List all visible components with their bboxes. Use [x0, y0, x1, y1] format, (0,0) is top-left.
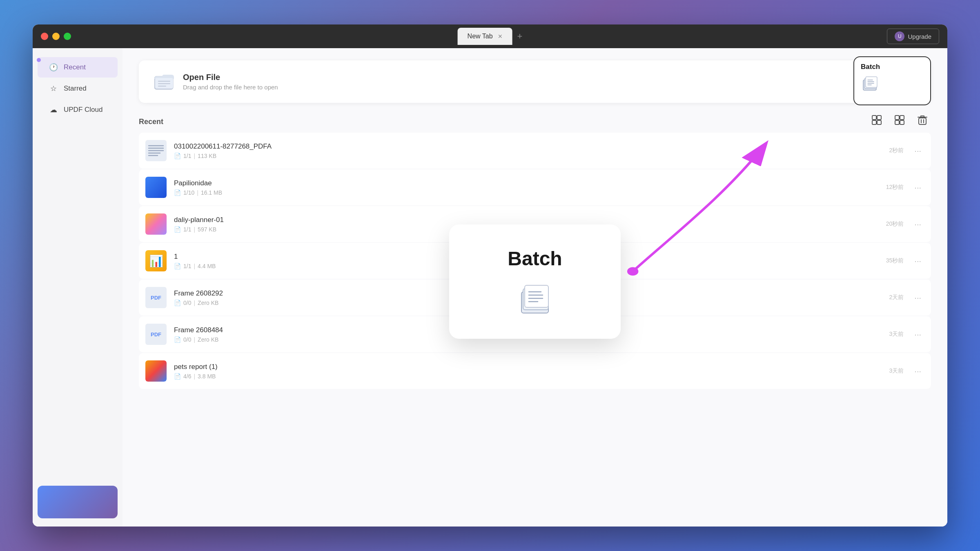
title-bar: New Tab ✕ + U Upgrade: [33, 24, 947, 48]
sidebar-item-cloud[interactable]: ☁ UPDF Cloud: [38, 100, 118, 120]
cloud-promo-banner[interactable]: [38, 486, 118, 518]
recent-icon: 🕐: [49, 63, 58, 72]
file-info: pets report (1) 📄 4/6 | 3.8 MB: [174, 363, 882, 380]
file-size: 16.1 MB: [201, 189, 222, 196]
file-thumbnail: PDF: [145, 324, 167, 345]
file-item[interactable]: Papilionidae 📄 1/10 | 16.1 MB 12秒前 ···: [139, 169, 931, 205]
file-more-button[interactable]: ···: [911, 255, 924, 267]
main-panel: Open File Drag and drop the file here to…: [122, 48, 947, 527]
file-name: daliy-planner-01: [174, 216, 879, 224]
svg-rect-27: [877, 116, 881, 120]
minimize-button[interactable]: [52, 33, 60, 40]
file-meta: 📄 1/1 | 113 KB: [174, 153, 882, 159]
traffic-lights: [41, 33, 71, 40]
file-pages: 1/1: [183, 226, 191, 233]
grid-view-button[interactable]: [868, 111, 885, 129]
svg-rect-31: [900, 116, 904, 120]
file-meta: 📄 4/6 | 3.8 MB: [174, 373, 882, 380]
file-more-button[interactable]: ···: [911, 181, 924, 194]
file-size: Zero KB: [198, 300, 218, 306]
sidebar-indicator: [37, 58, 41, 62]
file-size: 597 KB: [198, 226, 216, 233]
file-name: Papilionidae: [174, 179, 879, 187]
file-thumbnail: [145, 213, 167, 235]
file-time: 3天前: [889, 331, 904, 338]
sidebar-bottom: [33, 486, 122, 518]
file-thumbnail: [145, 140, 167, 161]
file-item[interactable]: pets report (1) 📄 4/6 | 3.8 MB 3天前 ···: [139, 353, 931, 389]
page-icon: 📄: [174, 300, 181, 306]
batch-icon-large: [517, 280, 553, 316]
upgrade-button[interactable]: U Upgrade: [887, 29, 939, 44]
file-size: 3.8 MB: [198, 373, 216, 380]
page-icon: 📄: [174, 189, 181, 196]
sidebar-item-starred-label: Starred: [64, 84, 87, 93]
file-pages: 1/1: [183, 263, 191, 269]
page-icon: 📄: [174, 226, 181, 233]
svg-rect-26: [872, 116, 876, 120]
user-avatar: U: [895, 31, 904, 41]
file-more-button[interactable]: ···: [911, 291, 924, 304]
tab-close-icon[interactable]: ✕: [498, 33, 503, 40]
sidebar-item-recent[interactable]: 🕐 Recent: [38, 57, 118, 78]
open-file-bar[interactable]: Open File Drag and drop the file here to…: [139, 60, 931, 103]
file-name: 031002200611-8277268_PDFA: [174, 142, 882, 151]
tab-bar: New Tab ✕ +: [458, 28, 523, 45]
file-more-button[interactable]: ···: [911, 218, 924, 231]
open-file-subtitle: Drag and drop the file here to open: [183, 84, 278, 91]
file-time: 3天前: [889, 367, 904, 375]
page-icon: 📄: [174, 153, 181, 159]
svg-rect-33: [900, 120, 904, 124]
file-size: 4.4 MB: [198, 263, 216, 269]
cloud-icon: ☁: [49, 105, 58, 114]
recent-section-title: Recent: [139, 118, 931, 126]
file-pages: 1/10: [183, 189, 194, 196]
sidebar-item-cloud-label: UPDF Cloud: [64, 106, 102, 114]
file-thumbnail: [145, 177, 167, 198]
open-file-left: Open File Drag and drop the file here to…: [154, 71, 278, 92]
list-view-button[interactable]: [891, 111, 908, 129]
file-item[interactable]: 031002200611-8277268_PDFA 📄 1/1 | 113 KB…: [139, 133, 931, 169]
svg-rect-21: [866, 77, 877, 87]
file-time: 2秒前: [889, 147, 904, 154]
svg-rect-32: [895, 120, 899, 124]
file-thumbnail: PDF: [145, 287, 167, 308]
file-time: 35秒前: [886, 257, 904, 264]
content-area: 🕐 Recent ☆ Starred ☁ UPDF Cloud: [33, 48, 947, 527]
maximize-button[interactable]: [64, 33, 71, 40]
delete-button[interactable]: [914, 111, 931, 129]
sidebar: 🕐 Recent ☆ Starred ☁ UPDF Cloud: [33, 48, 122, 527]
file-time: 2天前: [889, 294, 904, 301]
file-thumbnail: [145, 360, 167, 382]
close-button[interactable]: [41, 33, 48, 40]
file-more-button[interactable]: ···: [911, 328, 924, 341]
svg-rect-28: [872, 120, 876, 124]
sidebar-item-starred[interactable]: ☆ Starred: [38, 78, 118, 99]
file-more-button[interactable]: ···: [911, 365, 924, 378]
file-info: 031002200611-8277268_PDFA 📄 1/1 | 113 KB: [174, 142, 882, 159]
batch-card-title: Batch: [861, 63, 924, 71]
file-info: Papilionidae 📄 1/10 | 16.1 MB: [174, 179, 879, 196]
file-pages: 4/6: [183, 373, 191, 380]
batch-popup-title: Batch: [508, 247, 562, 270]
file-pages: 0/0: [183, 300, 191, 306]
page-icon: 📄: [174, 263, 181, 269]
file-pages: 1/1: [183, 153, 191, 159]
file-name: pets report (1): [174, 363, 882, 371]
svg-rect-29: [877, 120, 881, 124]
file-thumbnail: 📊: [145, 250, 167, 271]
sidebar-item-recent-label: Recent: [64, 63, 86, 71]
new-tab-button[interactable]: +: [517, 31, 523, 42]
svg-rect-14: [525, 285, 548, 307]
batch-popup-large[interactable]: Batch: [449, 224, 621, 339]
star-icon: ☆: [49, 84, 58, 93]
batch-actions: [868, 111, 931, 129]
batch-card[interactable]: Batch: [853, 56, 931, 105]
file-meta: 📄 1/10 | 16.1 MB: [174, 189, 879, 196]
svg-rect-30: [895, 116, 899, 120]
tab-label: New Tab: [468, 33, 493, 40]
open-file-texts: Open File Drag and drop the file here to…: [183, 73, 278, 91]
file-more-button[interactable]: ···: [911, 144, 924, 157]
upgrade-label: Upgrade: [908, 33, 931, 40]
active-tab[interactable]: New Tab ✕: [458, 28, 512, 45]
